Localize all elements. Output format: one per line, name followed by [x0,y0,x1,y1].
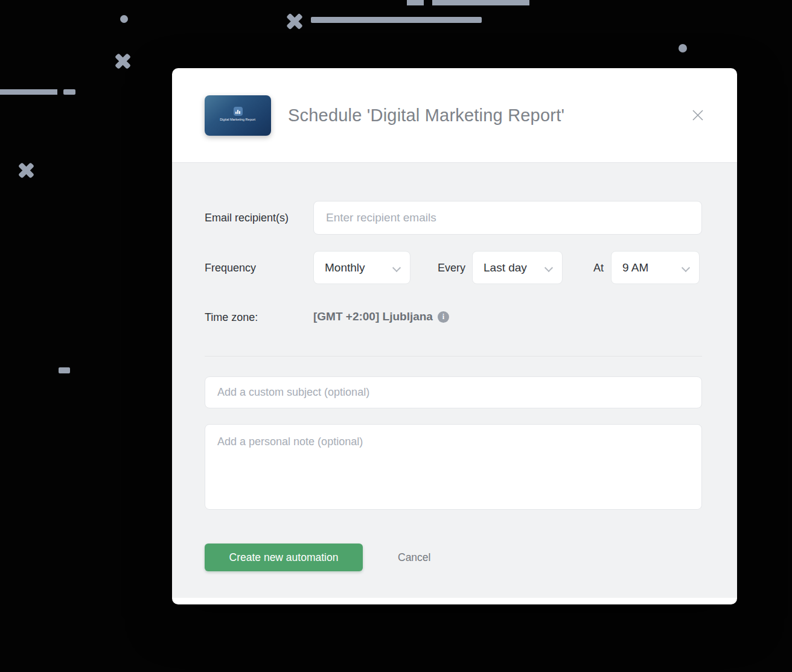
deco-cross-icon [287,14,302,28]
frequency-label: Frequency [205,262,256,274]
deco-cross-icon [115,54,130,68]
modal-header: Digital Marketing Report Schedule 'Digit… [172,68,737,163]
cancel-button[interactable]: Cancel [385,544,444,571]
deco-dash-icon [432,0,529,5]
chevron-down-icon [682,264,689,271]
thumbnail-report-title: Digital Marketing Report [220,118,255,121]
chevron-down-icon [393,264,400,271]
close-button[interactable] [688,105,708,125]
email-recipients-input[interactable] [313,201,702,235]
page-background: Digital Marketing Report Schedule 'Digit… [0,0,792,672]
deco-dash-icon [0,89,57,95]
every-selected-value: Last day [484,261,527,274]
modal-title: Schedule 'Digital Marketing Report' [288,106,688,125]
every-day-select[interactable]: Last day [472,251,563,284]
frequency-selected-value: Monthly [325,261,365,274]
deco-dash-icon [63,89,75,95]
deco-cross-icon [19,163,34,177]
deco-dash-icon [59,367,70,373]
personal-note-textarea[interactable] [205,424,702,510]
modal-body: Email recipient(s) Frequency Monthly Eve… [172,163,737,598]
timezone-value: [GMT +2:00] Ljubljana [313,310,433,323]
report-thumbnail: Digital Marketing Report [205,95,271,136]
deco-dash-icon [407,0,424,5]
every-label: Every [438,262,465,274]
email-recipients-label: Email recipient(s) [205,212,289,224]
deco-dash-icon [311,17,482,23]
custom-subject-input[interactable] [205,376,702,408]
schedule-report-modal: Digital Marketing Report Schedule 'Digit… [172,68,737,604]
at-time-select[interactable]: 9 AM [611,251,700,284]
bar-chart-icon [234,107,243,116]
at-selected-value: 9 AM [622,261,648,274]
close-icon [689,106,707,124]
timezone-value-wrap: [GMT +2:00] Ljubljana i [313,310,449,323]
timezone-label: Time zone: [205,311,258,324]
info-icon[interactable]: i [438,311,449,323]
deco-dot-icon [120,15,128,23]
create-automation-button[interactable]: Create new automation [205,544,363,571]
frequency-select[interactable]: Monthly [313,251,410,284]
at-label: At [593,262,604,274]
chevron-down-icon [545,264,552,271]
deco-dot-icon [679,44,687,52]
section-divider [205,356,702,357]
